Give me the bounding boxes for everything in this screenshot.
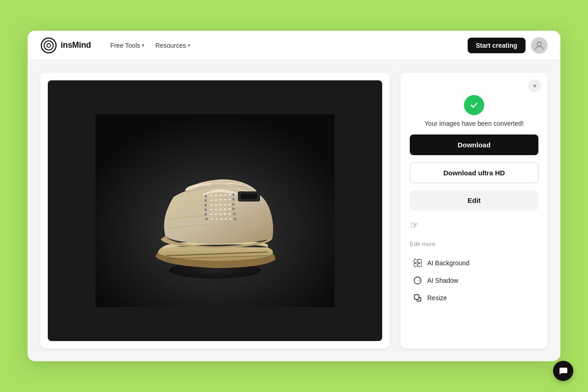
resize-item[interactable]: Resize	[410, 290, 538, 306]
hand-pointer-icon: ☞	[410, 219, 419, 231]
svg-point-23	[232, 198, 235, 201]
ai-background-item[interactable]: AI Background	[410, 255, 538, 271]
svg-point-19	[204, 208, 207, 211]
logo-icon	[40, 37, 57, 54]
edit-more-list: AI Background AI Shadow	[410, 255, 538, 306]
right-panel: × Your images have been converted! Downl…	[401, 73, 548, 348]
svg-point-16	[204, 195, 207, 197]
svg-point-3	[537, 42, 542, 46]
svg-point-2	[47, 44, 51, 47]
svg-rect-30	[414, 259, 417, 263]
resources-nav[interactable]: Resources ▾	[151, 39, 195, 52]
logo-text: insMind	[61, 40, 91, 50]
svg-rect-9	[241, 194, 257, 199]
chevron-down-icon: ▾	[142, 43, 144, 48]
edit-button[interactable]: Edit	[410, 190, 538, 210]
svg-point-17	[204, 199, 207, 202]
hand-icon-area: ☞	[410, 218, 538, 233]
chevron-down-icon: ▾	[188, 43, 190, 48]
main-content: × Your images have been converted! Downl…	[28, 60, 560, 361]
ai-shadow-icon	[413, 276, 423, 285]
resources-label: Resources	[155, 42, 186, 49]
success-area: Your images have been converted!	[410, 95, 538, 127]
free-tools-nav[interactable]: Free Tools ▾	[106, 39, 149, 52]
app-window: insMind Free Tools ▾ Resources ▾ Start c…	[28, 31, 560, 361]
resize-label: Resize	[427, 294, 447, 302]
shoe-image-container	[48, 80, 382, 341]
free-tools-label: Free Tools	[110, 42, 140, 49]
svg-point-0	[41, 38, 56, 53]
edit-more-label: Edit more	[410, 241, 538, 247]
logo-area: insMind	[40, 37, 91, 54]
avatar[interactable]	[531, 37, 548, 54]
image-panel	[40, 73, 390, 348]
svg-point-22	[232, 193, 235, 196]
svg-point-24	[232, 203, 235, 206]
success-icon	[464, 95, 484, 115]
ai-background-label: AI Background	[427, 259, 469, 267]
start-creating-button[interactable]: Start creating	[468, 38, 526, 53]
svg-point-26	[233, 213, 236, 215]
svg-rect-35	[414, 295, 419, 299]
svg-rect-32	[414, 263, 417, 267]
svg-point-27	[234, 218, 237, 220]
svg-rect-33	[418, 263, 421, 267]
navbar-right: Start creating	[468, 37, 548, 54]
download-hd-button[interactable]: Download ultra HD	[410, 162, 538, 183]
svg-point-25	[232, 207, 235, 210]
resize-icon	[413, 293, 423, 302]
svg-point-1	[44, 41, 53, 50]
ai-shadow-label: AI Shadow	[427, 277, 458, 284]
success-message: Your images have been converted!	[424, 120, 524, 127]
nav-links: Free Tools ▾ Resources ▾	[106, 39, 195, 52]
close-button[interactable]: ×	[528, 79, 541, 92]
ai-background-icon	[413, 258, 423, 268]
chat-widget[interactable]	[553, 361, 573, 381]
ai-shadow-item[interactable]: AI Shadow	[410, 272, 538, 289]
svg-point-21	[205, 218, 208, 220]
download-button[interactable]: Download	[410, 134, 538, 155]
svg-rect-31	[418, 259, 421, 263]
navbar: insMind Free Tools ▾ Resources ▾ Start c…	[28, 31, 560, 60]
svg-point-20	[204, 213, 207, 216]
svg-point-18	[204, 204, 207, 207]
